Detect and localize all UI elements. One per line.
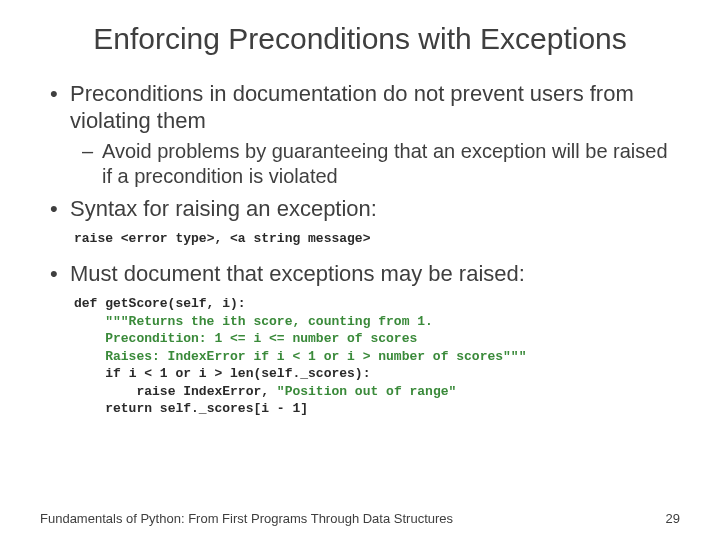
sub-bullet-text: Avoid problems by guaranteeing that an e… — [102, 140, 668, 187]
bullet-list: Preconditions in documentation do not pr… — [40, 80, 680, 223]
bullet-list: Must document that exceptions may be rai… — [40, 260, 680, 288]
page-number: 29 — [666, 511, 680, 526]
code-docstring: Raises: IndexError if i < 1 or i > numbe… — [74, 349, 526, 364]
bullet-item: Must document that exceptions may be rai… — [40, 260, 680, 288]
code-text: i < 1 — [121, 366, 176, 381]
code-docstring: Precondition: 1 <= i <= number of scores — [74, 331, 417, 346]
code-example: def getScore(self, i): """Returns the it… — [70, 293, 680, 420]
sub-bullet-item: Avoid problems by guaranteeing that an e… — [70, 139, 680, 189]
code-text: IndexError, — [175, 384, 276, 399]
code-keyword: if — [105, 366, 121, 381]
bullet-item: Preconditions in documentation do not pr… — [40, 80, 680, 189]
code-keyword: raise — [136, 384, 175, 399]
code-text: <error type>, <a string message> — [113, 231, 370, 246]
code-text: self._scores[i - 1] — [152, 401, 308, 416]
code-keyword: raise — [74, 231, 113, 246]
code-syntax: raise <error type>, <a string message> — [70, 228, 680, 250]
bullet-text: Syntax for raising an exception: — [70, 196, 377, 221]
slide-title: Enforcing Preconditions with Exceptions — [40, 20, 680, 58]
code-docstring: """Returns the ith score, counting from … — [74, 314, 433, 329]
footer: Fundamentals of Python: From First Progr… — [40, 511, 680, 526]
bullet-text: Preconditions in documentation do not pr… — [70, 81, 634, 134]
code-keyword: or — [175, 366, 191, 381]
code-text: getScore(self, i): — [97, 296, 245, 311]
code-string: "Position out of range" — [277, 384, 456, 399]
code-keyword: def — [74, 296, 97, 311]
slide: Enforcing Preconditions with Exceptions … — [0, 0, 720, 420]
sub-bullet-list: Avoid problems by guaranteeing that an e… — [70, 139, 680, 189]
bullet-text: Must document that exceptions may be rai… — [70, 261, 525, 286]
code-keyword: return — [105, 401, 152, 416]
footer-text: Fundamentals of Python: From First Progr… — [40, 511, 453, 526]
code-text: i > len(self._scores): — [191, 366, 370, 381]
bullet-item: Syntax for raising an exception: — [40, 195, 680, 223]
